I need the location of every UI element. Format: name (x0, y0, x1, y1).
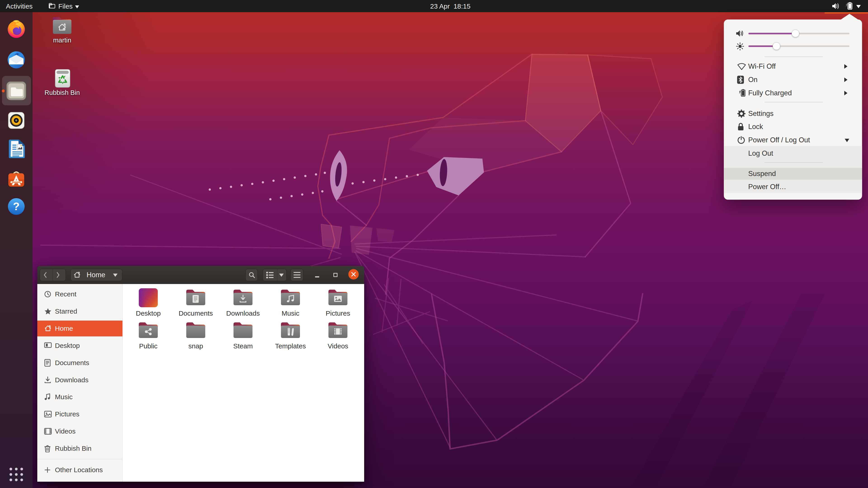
svg-text:?: ? (13, 200, 20, 213)
